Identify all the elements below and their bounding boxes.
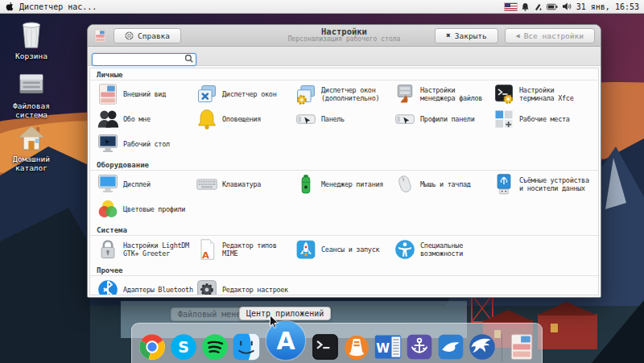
status-icon-tray	[505, 2, 572, 11]
display-icon	[97, 173, 119, 196]
settings-item-desktop[interactable]: Рабочий стол	[97, 133, 196, 155]
power-manager-icon	[295, 173, 317, 196]
settings-item-file-manager[interactable]: Настройки менеджера файлов	[394, 83, 493, 105]
back-arrow-icon: ◀	[516, 32, 520, 39]
settings-item-workspaces[interactable]: Рабочие места	[493, 108, 592, 130]
settings-item-removable-media[interactable]: Съёмные устройства и носители данных	[493, 173, 592, 196]
search-toolbar	[88, 47, 601, 66]
section-grid: Адаптеры BluetoothРедактор настроек	[90, 276, 598, 295]
lightdm-icon	[97, 238, 119, 261]
terminal-settings-icon	[493, 83, 515, 105]
all-settings-button[interactable]: ◀ Все настройки	[505, 28, 595, 43]
battery-icon[interactable]	[547, 3, 558, 10]
flag-us-icon[interactable]	[505, 3, 517, 10]
dock-icon-chrome[interactable]	[138, 332, 167, 361]
apple-menu-icon[interactable]	[5, 2, 14, 12]
dock-icon-anchor-app[interactable]	[405, 332, 434, 361]
window-titlebar[interactable]: Справка Настройки Персонализация рабочег…	[88, 25, 601, 47]
dock-icon-eagle-app[interactable]	[468, 332, 497, 361]
search-input[interactable]	[92, 53, 196, 66]
settings-item-terminal-settings[interactable]: Настройки терминала Xfce	[493, 83, 592, 105]
desktop-icon	[97, 133, 119, 155]
settings-item-color-profiles[interactable]: Цветовые профили	[97, 198, 196, 221]
settings-item-panel-profiles[interactable]: Профили панели	[394, 108, 493, 130]
settings-item-mime-editor[interactable]: AРедактор типов MIME	[196, 238, 295, 261]
settings-item-window-manager[interactable]: Диспетчер окон	[196, 83, 295, 105]
window-manager-icon	[196, 83, 218, 105]
section-header: Прочее	[90, 264, 598, 276]
appearance-icon	[97, 83, 119, 105]
settings-item-label: Специальные возможности	[420, 241, 493, 258]
settings-item-label: Настройки менеджера файлов	[420, 86, 493, 103]
settings-item-label: Панель	[321, 115, 345, 123]
svg-text:A: A	[202, 250, 209, 261]
dock-icon-finder[interactable]	[232, 332, 261, 361]
settings-item-keyboard[interactable]: Клавиатура	[196, 173, 295, 196]
desktop-root: Диспетчер нас... 31 янв, 16:53 КорзинаФа…	[0, 0, 644, 363]
desktop-icon-label: Домашний каталог	[13, 155, 50, 173]
settings-item-label: Редактор типов MIME	[222, 241, 295, 258]
settings-item-label: Адаптеры Bluetooth	[123, 286, 193, 294]
section-grid: ДисплейКлавиатураМенеджер питанияМышь и …	[90, 171, 598, 224]
dock-icon-spotify[interactable]	[200, 332, 229, 361]
section-grid: Настройки LightDM GTK+ GreeterAРедактор …	[90, 236, 598, 264]
desktop-icon-filesystem[interactable]: Файловая система	[0, 69, 63, 120]
section-header: Личные	[90, 68, 598, 80]
settings-item-appearance[interactable]: Внешний вид	[97, 83, 196, 105]
settings-item-settings-editor[interactable]: Редактор настроек	[196, 278, 295, 295]
notifications-icon	[196, 108, 218, 130]
active-app-title[interactable]: Диспетчер нас...	[19, 2, 97, 11]
dock-icon-bird-app[interactable]	[436, 332, 465, 361]
settings-item-accessibility[interactable]: Специальные возможности	[394, 238, 493, 261]
search-icon	[184, 52, 194, 67]
panel-profiles-icon	[394, 108, 416, 130]
settings-editor-icon	[196, 278, 218, 295]
settings-item-window-manager-tweaks[interactable]: Диспетчер окон (дополнительно)	[295, 83, 394, 105]
settings-item-label: Мышь и тачпад	[420, 180, 471, 188]
removable-media-icon	[493, 173, 515, 196]
input-pen-icon[interactable]	[534, 2, 543, 11]
close-x-icon: ✖	[446, 31, 450, 39]
color-profiles-icon	[97, 198, 119, 221]
volume-icon[interactable]	[562, 2, 572, 10]
dock-icon-terminal[interactable]	[311, 332, 340, 361]
keyboard-icon	[196, 173, 218, 196]
settings-item-about-me[interactable]: Обо мне	[97, 108, 196, 130]
menubar: Диспетчер нас... 31 янв, 16:53	[0, 0, 644, 14]
dock-icon-skype[interactable]: S	[169, 332, 198, 361]
mouse-cursor	[269, 315, 279, 333]
help-button[interactable]: Справка	[114, 28, 181, 43]
dock-icon-theme-files[interactable]	[507, 332, 536, 361]
dock-icon-word[interactable]: W	[374, 332, 402, 361]
desktop-icon-label: Корзина	[15, 52, 47, 60]
session-icon	[295, 238, 317, 261]
settings-item-notifications[interactable]: Оповещения	[196, 108, 295, 130]
settings-item-power-manager[interactable]: Менеджер питания	[295, 173, 394, 196]
settings-window: Справка Настройки Персонализация рабочег…	[87, 24, 601, 298]
mime-editor-icon: A	[196, 238, 218, 261]
settings-item-label: Цветовые профили	[123, 205, 185, 213]
close-button[interactable]: ✖ Закрыть	[435, 28, 497, 43]
settings-item-mouse[interactable]: Мышь и тачпад	[394, 173, 493, 196]
settings-item-session[interactable]: Сеансы и запуск	[295, 238, 394, 261]
dock-icon-vlc[interactable]	[342, 332, 371, 361]
desktop-icon-label: Файловая система	[13, 101, 50, 120]
settings-item-panel[interactable]: Панель	[295, 108, 394, 130]
settings-item-label: Клавиатура	[222, 180, 261, 188]
settings-item-label: Обо мне	[123, 115, 151, 123]
settings-item-label: Съёмные устройства и носители данных	[519, 176, 592, 193]
mouse-icon	[394, 173, 416, 196]
tooltip-app-center: Центр приложений	[239, 307, 331, 320]
clock-label[interactable]: 31 янв, 16:53	[576, 2, 639, 11]
settings-item-lightdm[interactable]: Настройки LightDM GTK+ Greeter	[97, 238, 196, 261]
trash-icon	[15, 19, 47, 50]
settings-item-label: Сеансы и запуск	[321, 245, 379, 254]
settings-item-label: Менеджер питания	[321, 180, 383, 188]
about-me-icon	[97, 108, 119, 130]
bell-icon[interactable]	[521, 2, 530, 11]
desktop-icon-trash[interactable]: Корзина	[0, 19, 63, 60]
desktop-icon-home[interactable]: Домашний каталог	[0, 122, 63, 173]
settings-item-display[interactable]: Дисплей	[97, 173, 196, 196]
section-grid: Внешний видДиспетчер оконДиспетчер окон …	[90, 80, 598, 159]
settings-item-bluetooth[interactable]: Адаптеры Bluetooth	[97, 278, 196, 295]
